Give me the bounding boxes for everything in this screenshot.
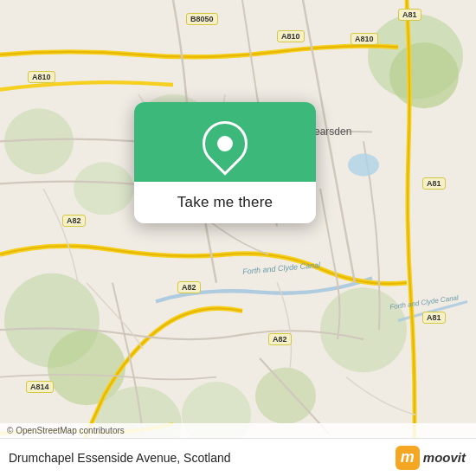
location-pin: [203, 121, 248, 166]
map-container: B8050 A810 A810 A81 A81 A81 A82 A82 A82 …: [0, 0, 476, 476]
attribution-bar: © OpenStreetMap contributors: [0, 423, 476, 438]
road-label-a81-bot: A81: [422, 312, 446, 324]
road-label-a810-top: A810: [277, 30, 305, 42]
svg-point-6: [320, 287, 407, 372]
moovit-icon: m: [396, 446, 420, 470]
popup-icon-area: [134, 102, 316, 182]
svg-point-11: [74, 162, 134, 215]
road-label-a810-mid: A810: [351, 33, 378, 45]
take-me-there-button[interactable]: Take me there: [134, 182, 316, 223]
road-label-a82-mid: A82: [177, 281, 201, 293]
svg-point-2: [389, 42, 459, 108]
road-label-a82-left: A82: [62, 215, 86, 227]
map-background: [0, 0, 476, 476]
svg-point-12: [348, 154, 379, 177]
svg-point-9: [255, 368, 316, 424]
road-label-a82-bot: A82: [268, 333, 292, 345]
moovit-text: moovit: [423, 450, 466, 465]
road-label-a814: A814: [26, 381, 54, 393]
location-text: Drumchapel Essenside Avenue, Scotland: [9, 451, 231, 465]
pin-inner: [217, 136, 233, 151]
road-label-a81-mid: A81: [422, 177, 446, 190]
moovit-logo: m moovit: [396, 446, 466, 470]
bottom-bar: Drumchapel Essenside Avenue, Scotland m …: [0, 438, 476, 476]
road-label-a810-left: A810: [28, 71, 55, 83]
road-label-b8050: B8050: [186, 13, 218, 25]
road-label-a81-top: A81: [398, 9, 421, 21]
popup-card: Take me there: [134, 102, 316, 223]
